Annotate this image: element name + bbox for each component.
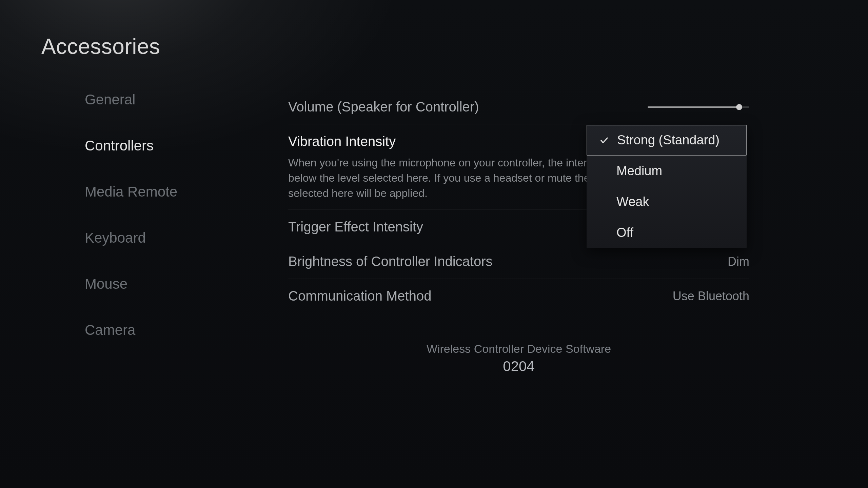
volume-slider[interactable]	[648, 106, 749, 108]
setting-brightness-value: Dim	[728, 255, 749, 269]
sidebar-item-general[interactable]: General	[85, 92, 261, 108]
device-software-version: 0204	[288, 358, 749, 374]
setting-volume[interactable]: Volume (Speaker for Controller)	[288, 90, 749, 124]
sidebar-item-controllers[interactable]: Controllers	[85, 138, 261, 154]
volume-slider-fill	[648, 106, 739, 108]
setting-communication-label: Communication Method	[288, 288, 431, 304]
dropdown-option-weak[interactable]: Weak	[587, 186, 747, 217]
dropdown-option-off[interactable]: Off	[587, 217, 747, 248]
dropdown-option-label: Off	[616, 225, 633, 240]
setting-communication[interactable]: Communication Method Use Bluetooth	[288, 279, 749, 313]
setting-volume-label: Volume (Speaker for Controller)	[288, 99, 479, 115]
page-title: Accessories	[41, 34, 160, 59]
sidebar: General Controllers Media Remote Keyboar…	[85, 92, 261, 338]
vibration-dropdown: Strong (Standard) Medium Weak Off	[587, 125, 747, 248]
sidebar-item-keyboard[interactable]: Keyboard	[85, 230, 261, 246]
device-software-info: Wireless Controller Device Software 0204	[288, 342, 749, 374]
dropdown-option-label: Strong (Standard)	[617, 133, 719, 147]
setting-vibration-label: Vibration Intensity	[288, 134, 396, 149]
dropdown-option-strong[interactable]: Strong (Standard)	[587, 125, 747, 156]
setting-brightness[interactable]: Brightness of Controller Indicators Dim	[288, 244, 749, 279]
setting-communication-value: Use Bluetooth	[673, 289, 749, 303]
volume-slider-thumb[interactable]	[736, 104, 742, 110]
setting-brightness-label: Brightness of Controller Indicators	[288, 254, 493, 269]
dropdown-option-label: Medium	[616, 164, 662, 178]
sidebar-item-media-remote[interactable]: Media Remote	[85, 184, 261, 200]
check-icon	[597, 136, 612, 145]
device-software-label: Wireless Controller Device Software	[288, 342, 749, 355]
dropdown-option-label: Weak	[616, 195, 649, 209]
setting-trigger-label: Trigger Effect Intensity	[288, 219, 423, 235]
dropdown-option-medium[interactable]: Medium	[587, 156, 747, 186]
sidebar-item-camera[interactable]: Camera	[85, 322, 261, 338]
sidebar-item-mouse[interactable]: Mouse	[85, 276, 261, 292]
